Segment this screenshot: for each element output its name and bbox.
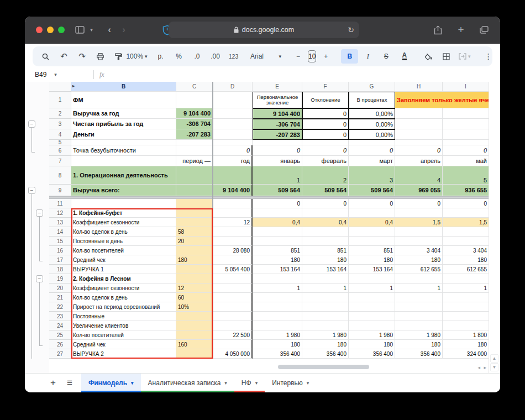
row-header-13[interactable]: 13: [49, 218, 71, 227]
horizontal-scrollbar-thumb[interactable]: [278, 365, 369, 369]
cell-I11[interactable]: 0: [443, 199, 489, 208]
cell-D27[interactable]: 4 050 000: [213, 349, 253, 359]
cell-F5[interactable]: [302, 140, 349, 145]
cell-C4[interactable]: -207 283: [176, 129, 213, 140]
cell-C16[interactable]: [176, 246, 213, 255]
cell-D5[interactable]: [213, 140, 253, 145]
cell-F6[interactable]: 0: [302, 145, 349, 156]
cell-B22[interactable]: Прирост на период соревнований: [71, 302, 176, 312]
close-button[interactable]: [36, 27, 43, 33]
cell-E11[interactable]: 0: [253, 199, 302, 208]
paint-format-icon[interactable]: [110, 49, 127, 64]
cell-B19[interactable]: 2. Кофейня в Лесном: [71, 274, 176, 284]
cell-I2[interactable]: [443, 108, 489, 119]
cell-F3[interactable]: 0: [302, 119, 349, 129]
row-header-17[interactable]: 17: [49, 255, 71, 265]
cell-B12[interactable]: 1. Кофейня-буфет: [71, 208, 176, 218]
bold-button[interactable]: B: [341, 49, 358, 64]
all-sheets-icon[interactable]: ≡: [61, 374, 78, 392]
cell-E2[interactable]: 9 104 400: [253, 108, 302, 119]
cell-I24[interactable]: [443, 321, 489, 330]
reload-icon[interactable]: ↻: [348, 25, 354, 34]
cell-C24[interactable]: [176, 321, 213, 330]
decrease-font-size-button[interactable]: −: [290, 49, 307, 64]
collapse-group-button[interactable]: −: [36, 275, 43, 282]
cell-H7[interactable]: апрель: [395, 156, 443, 166]
column-header-I[interactable]: I: [443, 82, 489, 92]
cell-C8[interactable]: [176, 166, 213, 185]
cell-C20[interactable]: 12: [176, 284, 213, 293]
cell-I8[interactable]: 5: [443, 166, 489, 185]
cell-D6[interactable]: 0: [213, 145, 253, 156]
row-header-27[interactable]: 27: [49, 349, 71, 359]
row-header-12[interactable]: 12: [49, 208, 71, 218]
font-select[interactable]: Arial▾: [249, 49, 283, 64]
cell-I9[interactable]: 936 655: [443, 185, 489, 196]
cell-B27[interactable]: ВЫРУЧКА 2: [71, 349, 176, 359]
strikethrough-button[interactable]: S: [377, 49, 395, 64]
cell-H19[interactable]: [395, 274, 443, 284]
sheet-tab-menu-icon[interactable]: ▾: [307, 380, 309, 386]
collapse-group-button[interactable]: −: [28, 120, 35, 128]
cell-D4[interactable]: [213, 129, 253, 140]
cell-G3[interactable]: 0,00%: [349, 119, 395, 129]
redo-icon[interactable]: ↷: [74, 49, 91, 64]
name-box[interactable]: B49▾: [25, 71, 88, 78]
cell-B20[interactable]: Коэффициент сезонности: [71, 284, 176, 293]
cell-B4[interactable]: Деньги: [71, 129, 176, 140]
column-header-D[interactable]: D: [213, 82, 253, 92]
row-header-14[interactable]: 14: [49, 227, 71, 237]
cell-C12[interactable]: [176, 208, 213, 218]
cell-E15[interactable]: [253, 237, 302, 246]
more-formats-button[interactable]: 123: [225, 49, 242, 64]
cell-E20[interactable]: 1: [253, 284, 302, 293]
increase-decimal-button[interactable]: .00: [207, 49, 224, 64]
cell-G5[interactable]: [349, 140, 395, 145]
cell-D22[interactable]: [213, 302, 253, 312]
cell-C25[interactable]: [176, 330, 213, 340]
cell-I25[interactable]: 1 800: [443, 330, 489, 340]
select-all-corner[interactable]: [49, 82, 71, 92]
sidebar-chevron-icon[interactable]: ▾: [87, 23, 95, 37]
cell-G18[interactable]: 153 164: [349, 265, 395, 274]
sidebar-icon[interactable]: [72, 23, 87, 37]
row-header-16[interactable]: 16: [49, 246, 71, 255]
cell-D16[interactable]: 28 080: [213, 246, 253, 255]
cell-B5[interactable]: [71, 140, 176, 145]
font-size-input[interactable]: 10: [308, 50, 316, 62]
column-header-F[interactable]: F: [302, 82, 349, 92]
cell-F25[interactable]: 1 980: [302, 330, 349, 340]
new-tab-icon[interactable]: +: [454, 23, 468, 37]
percent-format-button[interactable]: %: [170, 49, 187, 64]
row-header-4[interactable]: 4: [49, 129, 71, 140]
cell-B8[interactable]: 1. Операционная деятельность: [71, 166, 176, 185]
cell-G23[interactable]: [349, 312, 395, 321]
cell-E1[interactable]: Первоначальное значение: [253, 92, 302, 108]
cell-H22[interactable]: [395, 302, 443, 312]
cell-E14[interactable]: [253, 227, 302, 237]
cell-H14[interactable]: [395, 227, 443, 237]
cell-E6[interactable]: 0: [253, 145, 302, 156]
cell-F16[interactable]: 851: [302, 246, 349, 255]
cell-D19[interactable]: [213, 274, 253, 284]
cell-G8[interactable]: 3: [349, 166, 395, 185]
cell-G22[interactable]: [349, 302, 395, 312]
cell-H1[interactable]: Заполняем только желтые ячей: [395, 92, 489, 108]
cell-G4[interactable]: 0,00%: [349, 129, 395, 140]
cell-F19[interactable]: [302, 274, 349, 284]
scroll-up-icon[interactable]: ▲: [490, 354, 498, 363]
cell-C11[interactable]: [176, 199, 213, 208]
row-header-8[interactable]: 8: [49, 166, 71, 185]
row-header-1[interactable]: 1: [49, 92, 71, 108]
sheet-tab-menu-icon[interactable]: ▾: [255, 380, 258, 386]
cell-B2[interactable]: Выручка за год: [71, 108, 176, 119]
cell-C23[interactable]: [176, 312, 213, 321]
cell-G17[interactable]: 180: [349, 255, 395, 265]
cell-C6[interactable]: [176, 145, 213, 156]
cell-H20[interactable]: 1: [395, 284, 443, 293]
cell-E23[interactable]: [253, 312, 302, 321]
cell-B3[interactable]: Чистая прибыль за год: [71, 119, 176, 129]
cell-D17[interactable]: [213, 255, 253, 265]
cell-E3[interactable]: -306 704: [253, 119, 302, 129]
cell-I16[interactable]: 3 404: [443, 246, 489, 255]
